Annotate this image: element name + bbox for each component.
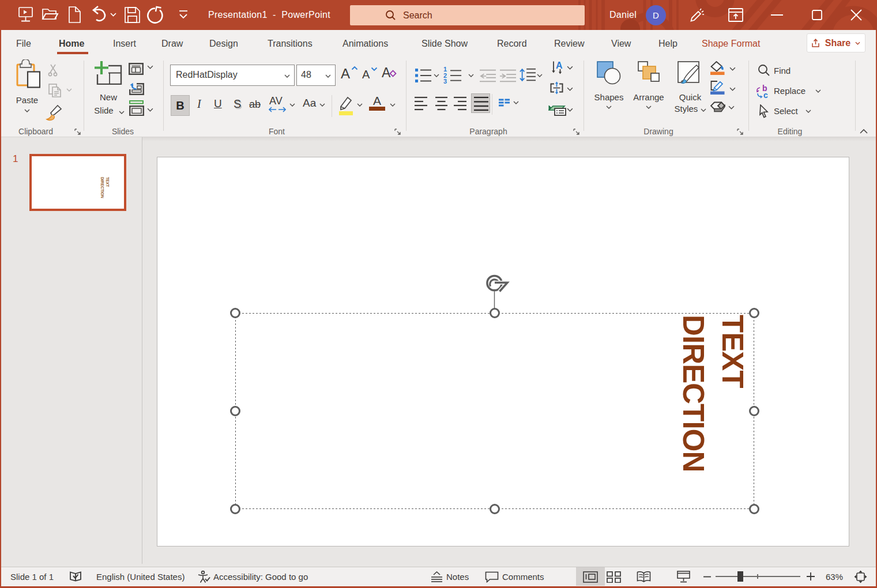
svg-text:c: c	[763, 91, 768, 99]
svg-text:A: A	[556, 61, 563, 70]
